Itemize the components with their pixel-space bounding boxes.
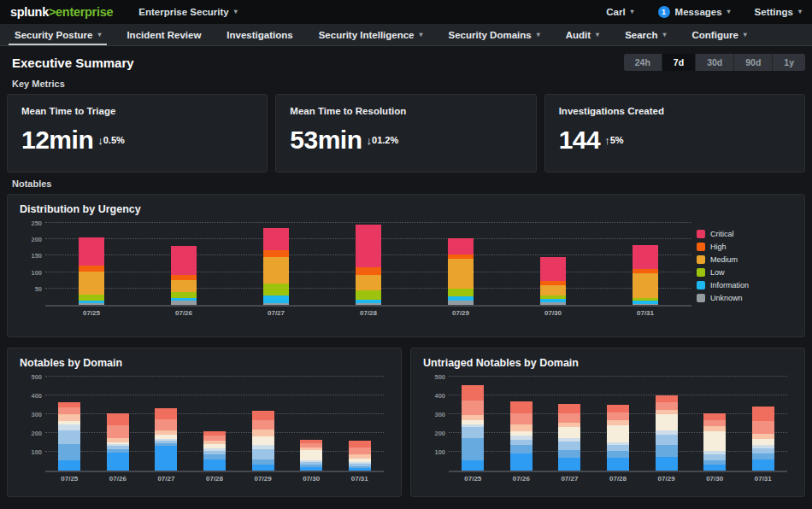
bar-segment-series-8[interactable]	[349, 441, 371, 448]
bar-segment-series-8[interactable]	[462, 385, 484, 401]
bar-segment-series-7[interactable]	[510, 413, 533, 424]
bar-segment-series-5[interactable]	[558, 427, 580, 437]
bar-segment-series-7[interactable]	[558, 413, 580, 423]
bar-segment-series-1[interactable]	[656, 457, 678, 471]
stacked-bar-07-31[interactable]	[633, 223, 658, 305]
bar-segment-unknown[interactable]	[79, 303, 104, 305]
bar-segment-critical[interactable]	[633, 245, 658, 269]
bar-segment-series-1[interactable]	[155, 446, 177, 471]
bar-segment-series-2[interactable]	[752, 453, 774, 459]
app-menu-enterprise-security[interactable]: Enterprise Security ▾	[138, 7, 237, 17]
bar-segment-medium[interactable]	[633, 273, 658, 298]
legend-item-critical[interactable]: Critical	[697, 230, 792, 238]
bar-segment-series-5[interactable]	[703, 431, 726, 451]
stacked-bar-07-28[interactable]	[607, 377, 629, 471]
bar-segment-series-8[interactable]	[656, 395, 678, 402]
bar-segment-series-8[interactable]	[752, 407, 774, 421]
bar-segment-series-7[interactable]	[462, 401, 484, 416]
nav-item-audit[interactable]: Audit▾	[553, 24, 612, 45]
stacked-bar-07-30[interactable]	[300, 377, 322, 471]
nav-item-search[interactable]: Search▾	[612, 24, 679, 45]
stacked-bar-07-29[interactable]	[656, 377, 678, 471]
bar-segment-medium[interactable]	[356, 275, 381, 290]
bar-segment-critical[interactable]	[448, 238, 474, 254]
settings-menu[interactable]: Settings ▾	[755, 7, 802, 17]
bar-segment-series-7[interactable]	[607, 412, 629, 420]
bar-segment-series-7[interactable]	[752, 421, 774, 434]
stacked-bar-07-29[interactable]	[448, 223, 474, 305]
stacked-bar-07-27[interactable]	[558, 377, 580, 471]
bar-segment-series-3[interactable]	[462, 427, 484, 437]
bar-segment-series-8[interactable]	[155, 408, 177, 418]
nav-item-security-domains[interactable]: Security Domains▾	[436, 24, 553, 45]
bar-segment-series-7[interactable]	[58, 407, 80, 414]
bar-segment-unknown[interactable]	[540, 302, 566, 305]
bar-segment-series-7[interactable]	[703, 420, 726, 427]
bar-segment-series-1[interactable]	[252, 465, 274, 471]
bar-segment-unknown[interactable]	[356, 303, 381, 305]
bar-segment-series-5[interactable]	[656, 414, 678, 430]
time-range-1y[interactable]: 1y	[773, 54, 805, 71]
bar-segment-series-3[interactable]	[510, 440, 533, 446]
bar-segment-critical[interactable]	[540, 257, 566, 282]
bar-segment-series-6[interactable]	[510, 424, 533, 431]
stacked-bar-07-26[interactable]	[171, 223, 197, 305]
bar-segment-series-8[interactable]	[107, 413, 129, 425]
bar-segment-series-1[interactable]	[558, 458, 580, 471]
stacked-bar-07-27[interactable]	[155, 377, 177, 471]
bar-segment-series-7[interactable]	[155, 419, 177, 431]
bar-segment-series-2[interactable]	[656, 445, 678, 456]
bar-segment-series-3[interactable]	[252, 449, 274, 459]
bar-segment-medium[interactable]	[79, 272, 104, 295]
bar-segment-critical[interactable]	[79, 237, 104, 266]
bar-segment-unknown[interactable]	[171, 301, 197, 305]
bar-segment-medium[interactable]	[263, 257, 289, 284]
bar-segment-series-7[interactable]	[349, 448, 371, 455]
stacked-bar-07-27[interactable]	[263, 223, 289, 305]
bar-segment-series-7[interactable]	[656, 402, 678, 410]
time-range-24h[interactable]: 24h	[624, 54, 662, 71]
bar-segment-series-8[interactable]	[558, 404, 580, 413]
nav-item-security-intelligence[interactable]: Security Intelligence▾	[306, 24, 436, 45]
bar-segment-unknown[interactable]	[263, 303, 289, 305]
bar-segment-critical[interactable]	[263, 228, 289, 250]
user-menu[interactable]: Carl ▾	[606, 7, 633, 17]
bar-segment-high[interactable]	[79, 266, 104, 272]
bar-segment-low[interactable]	[448, 289, 474, 297]
stacked-bar-07-26[interactable]	[510, 377, 533, 471]
bar-segment-critical[interactable]	[171, 246, 197, 276]
bar-segment-series-8[interactable]	[607, 405, 629, 412]
bar-segment-series-1[interactable]	[607, 458, 629, 471]
legend-item-medium[interactable]: Medium	[697, 255, 792, 264]
bar-segment-series-5[interactable]	[300, 450, 322, 460]
bar-segment-series-1[interactable]	[203, 459, 226, 471]
nav-item-incident-review[interactable]: Incident Review	[114, 24, 214, 45]
bar-segment-series-5[interactable]	[752, 439, 774, 446]
bar-segment-series-2[interactable]	[510, 445, 533, 453]
bar-segment-series-6[interactable]	[58, 414, 80, 421]
bar-segment-series-3[interactable]	[58, 430, 80, 445]
bar-segment-series-1[interactable]	[107, 453, 129, 471]
bar-segment-series-2[interactable]	[558, 450, 580, 458]
bar-segment-information[interactable]	[263, 295, 289, 303]
bar-segment-series-1[interactable]	[510, 453, 533, 471]
stacked-bar-07-26[interactable]	[107, 377, 129, 471]
bar-segment-low[interactable]	[356, 290, 381, 300]
bar-segment-series-1[interactable]	[349, 468, 371, 471]
bar-segment-series-3[interactable]	[558, 442, 580, 450]
legend-item-information[interactable]: Information	[697, 281, 792, 290]
bar-segment-series-2[interactable]	[462, 438, 484, 460]
bar-segment-series-2[interactable]	[607, 451, 629, 458]
stacked-bar-07-30[interactable]	[540, 223, 566, 305]
nav-item-investigations[interactable]: Investigations	[214, 24, 305, 45]
stacked-bar-07-28[interactable]	[203, 377, 226, 471]
bar-segment-critical[interactable]	[356, 225, 381, 267]
bar-segment-series-3[interactable]	[607, 445, 629, 451]
time-range-30d[interactable]: 30d	[696, 54, 734, 71]
stacked-bar-07-25[interactable]	[462, 377, 484, 471]
bar-segment-series-7[interactable]	[107, 425, 129, 437]
stacked-bar-07-31[interactable]	[349, 377, 371, 471]
bar-segment-series-1[interactable]	[462, 460, 484, 471]
stacked-bar-07-25[interactable]	[58, 377, 80, 471]
bar-segment-high[interactable]	[263, 250, 289, 257]
